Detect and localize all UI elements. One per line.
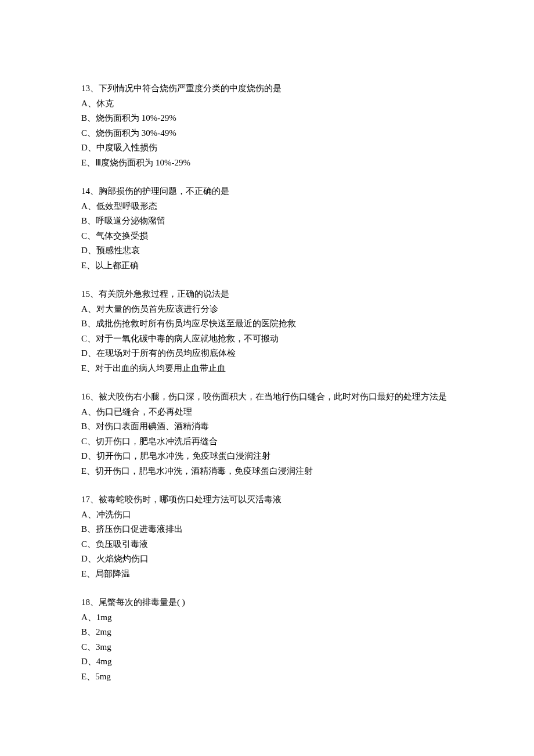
question-block: 14、胸部损伤的护理问题，不正确的是 A、低效型呼吸形态 B、呼吸道分泌物潴留 … xyxy=(81,184,453,273)
option-d: D、4mg xyxy=(81,654,453,669)
option-a: A、低效型呼吸形态 xyxy=(81,199,453,214)
question-number: 13、 xyxy=(81,84,99,93)
question-text: 14、胸部损伤的护理问题，不正确的是 xyxy=(81,184,453,199)
option-d: D、在现场对于所有的伤员均应彻底体检 xyxy=(81,346,453,361)
question-text: 15、有关院外急救过程，正确的说法是 xyxy=(81,287,453,302)
option-d: D、火焰烧灼伤口 xyxy=(81,552,453,567)
option-b: B、成批伤抢救时所有伤员均应尽快送至最近的医院抢救 xyxy=(81,316,453,332)
option-e: E、局部降温 xyxy=(81,567,453,582)
option-e: E、切开伤口，肥皂水冲洗，酒精消毒，免疫球蛋白浸润注射 xyxy=(81,464,453,479)
option-b: B、烧伤面积为 10%-29% xyxy=(81,111,453,126)
question-stem: 被犬咬伤右小腿，伤口深，咬伤面积大，在当地行伤口缝合，此时对伤口最好的处理方法是 xyxy=(99,392,447,401)
option-b: B、2mg xyxy=(81,625,453,640)
question-stem: 有关院外急救过程，正确的说法是 xyxy=(99,289,229,298)
option-d: D、预感性悲哀 xyxy=(81,243,453,258)
option-b: B、呼吸道分泌物潴留 xyxy=(81,214,453,229)
question-text: 16、被犬咬伤右小腿，伤口深，咬伤面积大，在当地行伤口缝合，此时对伤口最好的处理… xyxy=(81,390,453,405)
option-e: E、Ⅲ度烧伤面积为 10%-29% xyxy=(81,156,453,171)
option-a: A、冲洗伤口 xyxy=(81,507,453,523)
option-d: D、中度吸入性损伤 xyxy=(81,141,453,156)
option-c: C、烧伤面积为 30%-49% xyxy=(81,126,453,141)
question-block: 17、被毒蛇咬伤时，哪项伤口处理方法可以灭活毒液 A、冲洗伤口 B、挤压伤口促进… xyxy=(81,492,453,581)
option-e: E、对于出血的病人均要用止血带止血 xyxy=(81,361,453,376)
question-block: 16、被犬咬伤右小腿，伤口深，咬伤面积大，在当地行伤口缝合，此时对伤口最好的处理… xyxy=(81,390,453,478)
option-e: E、5mg xyxy=(81,669,453,685)
question-stem: 胸部损伤的护理问题，不正确的是 xyxy=(99,186,229,196)
option-c: C、对于一氧化碳中毒的病人应就地抢救，不可搬动 xyxy=(81,332,453,347)
document-page: 13、下列情况中符合烧伤严重度分类的中度烧伤的是 A、休克 B、烧伤面积为 10… xyxy=(0,0,534,756)
question-number: 18、 xyxy=(81,597,99,607)
option-c: C、气体交换受损 xyxy=(81,229,453,244)
question-number: 14、 xyxy=(81,186,99,196)
question-number: 15、 xyxy=(81,289,99,298)
question-number: 16、 xyxy=(81,392,99,401)
question-text: 18、尾蟞每次的排毒量是( ) xyxy=(81,595,453,610)
option-c: C、3mg xyxy=(81,640,453,655)
question-text: 17、被毒蛇咬伤时，哪项伤口处理方法可以灭活毒液 xyxy=(81,492,453,507)
option-a: A、1mg xyxy=(81,610,453,625)
option-e: E、以上都正确 xyxy=(81,258,453,273)
question-stem: 尾蟞每次的排毒量是( ) xyxy=(99,597,185,607)
question-block: 18、尾蟞每次的排毒量是( ) A、1mg B、2mg C、3mg D、4mg … xyxy=(81,595,453,684)
option-c: C、切开伤口，肥皂水冲洗后再缝合 xyxy=(81,434,453,449)
question-text: 13、下列情况中符合烧伤严重度分类的中度烧伤的是 xyxy=(81,81,453,96)
question-stem: 下列情况中符合烧伤严重度分类的中度烧伤的是 xyxy=(99,84,282,93)
question-number: 17、 xyxy=(81,495,99,504)
option-b: B、对伤口表面用碘酒、酒精消毒 xyxy=(81,419,453,434)
option-a: A、对大量的伤员首先应该进行分诊 xyxy=(81,302,453,317)
option-d: D、切开伤口，肥皂水冲洗，免疫球蛋白浸润注射 xyxy=(81,449,453,464)
option-a: A、休克 xyxy=(81,96,453,111)
question-block: 13、下列情况中符合烧伤严重度分类的中度烧伤的是 A、休克 B、烧伤面积为 10… xyxy=(81,81,453,170)
option-b: B、挤压伤口促进毒液排出 xyxy=(81,522,453,537)
option-c: C、负压吸引毒液 xyxy=(81,537,453,552)
question-stem: 被毒蛇咬伤时，哪项伤口处理方法可以灭活毒液 xyxy=(99,495,282,504)
option-a: A、伤口已缝合，不必再处理 xyxy=(81,405,453,420)
question-block: 15、有关院外急救过程，正确的说法是 A、对大量的伤员首先应该进行分诊 B、成批… xyxy=(81,287,453,376)
